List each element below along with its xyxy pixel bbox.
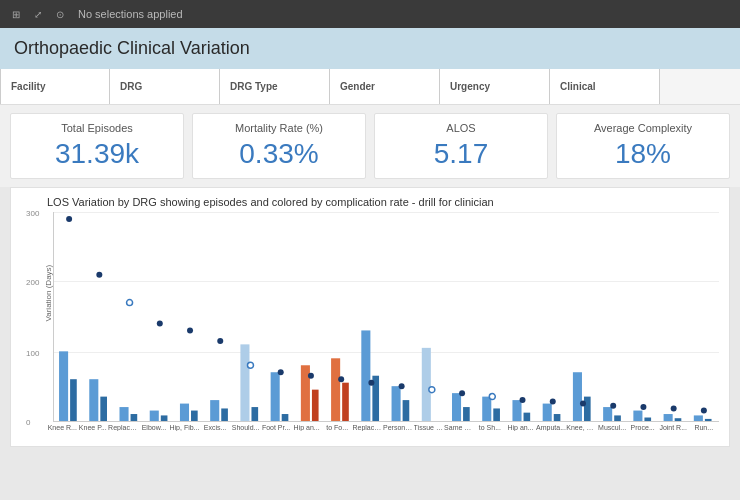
svg-rect-41 bbox=[482, 397, 491, 421]
selection-icon[interactable]: ⊞ bbox=[8, 6, 24, 22]
svg-rect-21 bbox=[271, 372, 280, 421]
y-label-100: 100 bbox=[26, 349, 39, 358]
svg-point-55 bbox=[610, 403, 616, 409]
svg-rect-54 bbox=[614, 415, 621, 421]
svg-rect-53 bbox=[603, 407, 612, 421]
svg-rect-7 bbox=[131, 414, 138, 421]
svg-point-49 bbox=[550, 398, 556, 404]
svg-rect-36 bbox=[422, 348, 431, 421]
filter-clinical-label: Clinical bbox=[560, 81, 649, 92]
chart-title: LOS Variation by DRG showing episodes an… bbox=[17, 196, 723, 208]
x-label: to Fo... bbox=[322, 422, 353, 431]
filter-facility[interactable]: Facility bbox=[0, 69, 110, 104]
svg-rect-44 bbox=[512, 400, 521, 421]
chart-container: Variation (Days) 300 200 100 0 Knee R...… bbox=[17, 212, 723, 442]
filter-drg-label: DRG bbox=[120, 81, 209, 92]
x-label: Amputa... bbox=[536, 422, 567, 431]
svg-point-23 bbox=[278, 369, 284, 375]
x-label: Hip, Fib... bbox=[169, 422, 200, 431]
x-labels: Knee R...Knee P...Replace...Elbow...Hip,… bbox=[47, 422, 719, 431]
svg-rect-0 bbox=[59, 351, 68, 421]
kpi-mortality-value: 0.33% bbox=[205, 138, 353, 170]
filter-urgency[interactable]: Urgency bbox=[440, 69, 550, 104]
svg-point-5 bbox=[96, 272, 102, 278]
svg-point-52 bbox=[580, 401, 586, 407]
filter-drg-type[interactable]: DRG Type bbox=[220, 69, 330, 104]
kpi-alos-value: 5.17 bbox=[387, 138, 535, 170]
svg-point-58 bbox=[640, 404, 646, 410]
chart-inner: Variation (Days) 300 200 100 0 bbox=[53, 212, 719, 422]
svg-point-61 bbox=[671, 405, 677, 411]
svg-point-29 bbox=[338, 376, 344, 382]
svg-point-11 bbox=[157, 320, 163, 326]
x-label: Knee P... bbox=[78, 422, 109, 431]
svg-rect-50 bbox=[573, 372, 582, 421]
svg-rect-10 bbox=[161, 415, 168, 421]
y-label-200: 200 bbox=[26, 277, 39, 286]
x-label: Replace... bbox=[108, 422, 139, 431]
svg-point-43 bbox=[489, 394, 495, 400]
x-label: Persons... bbox=[383, 422, 414, 431]
svg-rect-59 bbox=[664, 414, 673, 421]
svg-point-26 bbox=[308, 373, 314, 379]
title-bar: Orthopaedic Clinical Variation bbox=[0, 28, 740, 69]
x-label: Knee R... bbox=[47, 422, 78, 431]
svg-rect-12 bbox=[180, 404, 189, 421]
svg-point-8 bbox=[127, 300, 133, 306]
expand-icon[interactable]: ⤢ bbox=[30, 6, 46, 22]
x-label: Joint R... bbox=[658, 422, 689, 431]
svg-rect-63 bbox=[705, 419, 712, 421]
kpi-mortality-label: Mortality Rate (%) bbox=[205, 122, 353, 134]
kpi-total-episodes-label: Total Episodes bbox=[23, 122, 171, 134]
svg-point-64 bbox=[701, 408, 707, 414]
kpi-section: Total Episodes 31.39k Mortality Rate (%)… bbox=[0, 105, 740, 187]
x-label: Elbow... bbox=[139, 422, 170, 431]
filter-gender[interactable]: Gender bbox=[330, 69, 440, 104]
svg-rect-25 bbox=[312, 390, 319, 421]
svg-point-20 bbox=[247, 362, 253, 368]
kpi-complexity-label: Average Complexity bbox=[569, 122, 717, 134]
settings-icon[interactable]: ⊙ bbox=[52, 6, 68, 22]
filter-gender-label: Gender bbox=[340, 81, 429, 92]
gridline-0: 0 bbox=[54, 421, 719, 422]
x-label: Excis... bbox=[200, 422, 231, 431]
x-label: Same D... bbox=[444, 422, 475, 431]
svg-rect-57 bbox=[644, 418, 651, 421]
svg-rect-38 bbox=[452, 393, 461, 421]
filter-urgency-label: Urgency bbox=[450, 81, 539, 92]
svg-rect-3 bbox=[89, 379, 98, 421]
svg-point-32 bbox=[368, 380, 374, 386]
svg-rect-30 bbox=[361, 330, 370, 421]
svg-rect-22 bbox=[282, 414, 289, 421]
svg-rect-24 bbox=[301, 365, 310, 421]
svg-rect-42 bbox=[493, 408, 500, 421]
x-label: Muscul... bbox=[597, 422, 628, 431]
filter-drg[interactable]: DRG bbox=[110, 69, 220, 104]
x-label: Hip an... bbox=[291, 422, 322, 431]
kpi-complexity: Average Complexity 18% bbox=[556, 113, 730, 179]
x-label: Tissue P... bbox=[414, 422, 445, 431]
svg-rect-6 bbox=[120, 407, 129, 421]
svg-rect-39 bbox=[463, 407, 470, 421]
chart-section: LOS Variation by DRG showing episodes an… bbox=[10, 187, 730, 447]
svg-point-46 bbox=[520, 397, 526, 403]
svg-point-35 bbox=[399, 383, 405, 389]
svg-rect-1 bbox=[70, 379, 77, 421]
kpi-total-episodes-value: 31.39k bbox=[23, 138, 171, 170]
kpi-alos-label: ALOS bbox=[387, 122, 535, 134]
filter-facility-label: Facility bbox=[11, 81, 99, 92]
filter-clinical[interactable]: Clinical bbox=[550, 69, 660, 104]
y-axis-label: Variation (Days) bbox=[44, 264, 53, 321]
svg-rect-4 bbox=[100, 397, 107, 421]
svg-rect-47 bbox=[543, 404, 552, 421]
svg-point-40 bbox=[459, 390, 465, 396]
svg-rect-28 bbox=[342, 383, 349, 421]
filter-bar: Facility DRG DRG Type Gender Urgency Cli… bbox=[0, 69, 740, 105]
svg-rect-56 bbox=[633, 411, 642, 421]
kpi-complexity-value: 18% bbox=[569, 138, 717, 170]
y-label-300: 300 bbox=[26, 209, 39, 218]
x-label: Should... bbox=[230, 422, 261, 431]
svg-rect-27 bbox=[331, 358, 340, 421]
x-label: Run... bbox=[688, 422, 719, 431]
svg-point-17 bbox=[217, 338, 223, 344]
